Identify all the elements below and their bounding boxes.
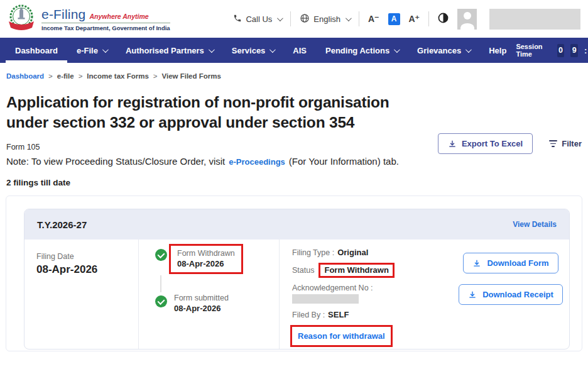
filing-date-column: Filing Date 08-Apr-2026 bbox=[24, 240, 139, 350]
chevron-down-icon bbox=[270, 47, 276, 53]
view-details-link[interactable]: View Details bbox=[513, 220, 557, 229]
highlight-box-withdrawn: Form Withdrawn 08-Apr-2026 bbox=[169, 244, 243, 274]
breadcrumb: Dashboard > e-file > Income tax Forms > … bbox=[0, 63, 588, 80]
highlight-box-reason: Reason for withdrawal bbox=[290, 325, 393, 347]
breadcrumb-separator: > bbox=[153, 72, 158, 80]
filter-button[interactable]: Filter bbox=[549, 139, 582, 148]
chevron-down-icon bbox=[394, 47, 400, 53]
nav-dashboard[interactable]: Dashboard bbox=[6, 38, 67, 63]
chevron-down-icon bbox=[466, 47, 472, 53]
user-name-redacted[interactable] bbox=[489, 9, 580, 30]
efiling-logo[interactable]: e-Filing Anywhere Anytime Income Tax Dep… bbox=[6, 3, 170, 35]
timeline-item-withdrawn: Form Withdrawn 08-Apr-2026 bbox=[155, 247, 279, 274]
session-time-label: Session Time bbox=[516, 43, 550, 58]
breadcrumb-separator: > bbox=[48, 72, 53, 80]
breadcrumb-efile[interactable]: e-file bbox=[57, 72, 74, 80]
font-increase-button[interactable]: A⁺ bbox=[409, 14, 420, 24]
language-label: English bbox=[313, 14, 340, 24]
download-icon bbox=[468, 290, 477, 299]
timeline-title: Form Withdrawn bbox=[177, 249, 235, 258]
session-timer: Session Time 0 9 : 5 6 bbox=[516, 38, 588, 63]
call-us-label: Call Us bbox=[246, 14, 272, 24]
tax-year-label: T.Y.2026-27 bbox=[37, 219, 87, 230]
filing-date-label: Filing Date bbox=[36, 252, 138, 261]
download-icon bbox=[448, 140, 457, 148]
status-label: Status bbox=[292, 266, 314, 275]
export-to-excel-button[interactable]: Export To Excel bbox=[438, 133, 533, 154]
breadcrumb-dashboard[interactable]: Dashboard bbox=[6, 72, 44, 80]
chevron-down-icon bbox=[209, 47, 215, 53]
nav-ais[interactable]: AIS bbox=[283, 38, 316, 63]
check-circle-icon bbox=[155, 249, 167, 261]
nav-pending-actions[interactable]: Pending Actions bbox=[316, 38, 408, 63]
filter-icon bbox=[549, 140, 557, 146]
session-digit: 9 bbox=[570, 44, 578, 57]
reason-for-withdrawal-link[interactable]: Reason for withdrawal bbox=[298, 331, 385, 341]
status-timeline: Form Withdrawn 08-Apr-2026 Form submitte… bbox=[139, 240, 280, 350]
font-decrease-button[interactable]: A⁻ bbox=[368, 14, 379, 24]
filings-list-container: T.Y.2026-27 View Details Filing Date 08-… bbox=[6, 196, 582, 351]
timeline-item-submitted: Form submitted 08-Apr-2026 bbox=[155, 294, 279, 313]
contrast-toggle-icon[interactable] bbox=[438, 13, 449, 25]
incometax-emblem-icon bbox=[6, 3, 36, 35]
brand-subtitle: Income Tax Department, Government of Ind… bbox=[41, 23, 170, 31]
divider bbox=[428, 11, 429, 26]
brand-tagline: Anywhere Anytime bbox=[89, 13, 148, 20]
breadcrumb-income-tax-forms[interactable]: Income tax Forms bbox=[87, 72, 148, 80]
language-menu[interactable]: English bbox=[300, 13, 350, 25]
acknowledgement-no-redacted bbox=[292, 294, 359, 304]
timeline-date: 08-Apr-2026 bbox=[177, 259, 235, 268]
chevron-down-icon bbox=[346, 15, 352, 21]
breadcrumb-separator: > bbox=[79, 72, 83, 80]
filing-type-label: Filing Type : bbox=[292, 248, 334, 257]
main-navbar: Dashboard e-File Authorised Partners Ser… bbox=[0, 38, 588, 63]
timeline-title: Form submitted bbox=[174, 294, 229, 302]
chevron-down-icon bbox=[102, 47, 109, 53]
phone-icon bbox=[233, 14, 242, 25]
filing-details-column: Filing Type : Original Status Form Withd… bbox=[280, 240, 452, 350]
call-us-menu[interactable]: Call Us bbox=[233, 14, 281, 25]
avatar[interactable] bbox=[457, 9, 477, 30]
filing-card: T.Y.2026-27 View Details Filing Date 08-… bbox=[24, 209, 570, 350]
filed-by-value: SELF bbox=[328, 310, 349, 319]
breadcrumb-view-filed-forms: View Filed Forms bbox=[162, 72, 221, 80]
divider bbox=[290, 11, 291, 26]
chevron-down-icon bbox=[277, 15, 283, 21]
filings-count: 2 filings till date bbox=[6, 178, 582, 187]
nav-services[interactable]: Services bbox=[222, 38, 284, 63]
nav-authorised-partners[interactable]: Authorised Partners bbox=[116, 38, 222, 63]
nav-help[interactable]: Help bbox=[479, 38, 516, 63]
status-value: Form Withdrawn bbox=[318, 263, 394, 278]
timeline-connector bbox=[160, 275, 161, 292]
divider bbox=[359, 11, 359, 26]
filing-date-value: 08-Apr-2026 bbox=[36, 263, 138, 276]
download-icon bbox=[472, 259, 481, 268]
nav-grievances[interactable]: Grievances bbox=[408, 38, 479, 63]
note-line: Note: To view Proceeding Status/Closure … bbox=[6, 156, 582, 167]
check-circle-icon bbox=[155, 295, 167, 307]
e-proceedings-link[interactable]: e-Proceedings bbox=[229, 157, 285, 167]
filed-by-label: Filed By : bbox=[292, 311, 325, 319]
download-receipt-button[interactable]: Download Receipt bbox=[459, 284, 563, 305]
timeline-date: 08-Apr-2026 bbox=[174, 304, 229, 313]
page-title: Application for registration of non-prof… bbox=[6, 92, 433, 133]
nav-efile[interactable]: e-File bbox=[67, 38, 116, 63]
session-colon: : bbox=[584, 46, 587, 55]
download-form-button[interactable]: Download Form bbox=[463, 253, 558, 273]
session-digit: 0 bbox=[557, 44, 565, 57]
font-normal-button[interactable]: A bbox=[388, 13, 400, 25]
filing-card-header: T.Y.2026-27 View Details bbox=[24, 209, 569, 240]
top-header: e-Filing Anywhere Anytime Income Tax Dep… bbox=[0, 0, 588, 38]
actions-column: Download Form Download Receipt bbox=[452, 240, 569, 350]
acknowledgement-label: Acknowledgement No : bbox=[292, 284, 373, 292]
globe-icon bbox=[300, 13, 310, 25]
filing-type-value: Original bbox=[337, 248, 368, 257]
brand-name: e-Filing bbox=[41, 7, 85, 22]
